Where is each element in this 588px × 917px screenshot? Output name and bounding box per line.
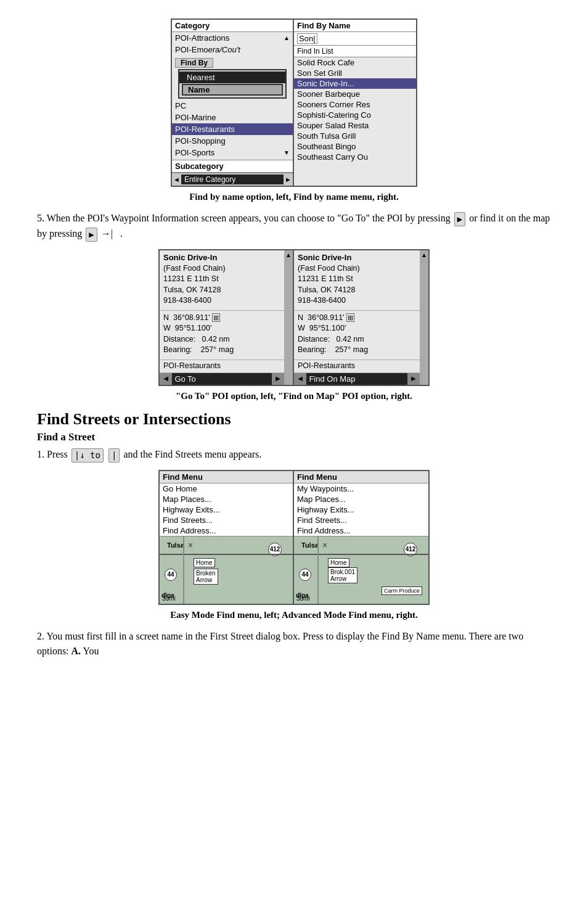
fm-left-highway: Highway Exits... — [160, 504, 293, 515]
fbn-input[interactable]: Son| — [297, 33, 317, 44]
wp-right-lon: W 95°51.100' — [298, 323, 416, 334]
wp-left-content: Sonic Drive-In (Fast Food Chain) 11231 E… — [160, 250, 284, 308]
map-left-road-h — [160, 554, 293, 555]
fm-left-find-streets: Find Streets... — [160, 515, 293, 525]
fm-right-find-streets: Find Streets... — [294, 515, 428, 525]
wp-left-phone: 918-438-6400 — [163, 295, 280, 306]
wp-right-chain: (Fast Food Chain) — [298, 263, 416, 274]
wp-right-lat: N 36°08.911' ⊞ — [298, 313, 416, 324]
wp-left-street: 11231 E 11th St — [163, 274, 280, 285]
wp-left-city: Tulsa, OK 74128 — [163, 285, 280, 296]
map-left-broken-arrow-box: BrokenArrow — [194, 569, 218, 585]
fm-right-highway: Highway Exits... — [294, 504, 428, 515]
top-screenshot: Category POI-Attractions ▲ POI-Emoera/Co… — [37, 19, 551, 187]
paragraph-1: 5. When the POI's Waypoint Information s… — [37, 211, 551, 242]
wp-right-street: 11231 E 11th St — [298, 274, 416, 285]
map-left-road-v — [183, 537, 184, 604]
map-right-brok-box: Brok.001Arrow — [328, 567, 357, 583]
map-left-home-box: Home — [194, 558, 215, 567]
wp-right-dist: Distance: 0.42 nm — [298, 334, 416, 345]
wp-right-footer: ◄ Find On Map ► — [294, 372, 420, 385]
find-by-name-panel: Find By Name Son| Find In List Solid Roc… — [294, 19, 417, 187]
map-left-x-icon: × — [188, 540, 193, 550]
wp-right-scrollbar: ▲ — [420, 250, 428, 385]
map-left-44: 44 — [165, 569, 177, 581]
fm-left-find-address: Find Address... — [160, 525, 293, 536]
fm-panel-left: Find Menu Go Home Map Places... Highway … — [158, 470, 294, 605]
fbn-item-4: Sooner Barbeque — [294, 89, 416, 99]
map-right-road-v — [317, 537, 319, 604]
wp-right-content: Sonic Drive-In (Fast Food Chain) 11231 E… — [294, 250, 420, 308]
wp-right-btn-arrow-right: ► — [407, 373, 420, 385]
fm-caption: Easy Mode Find menu, left; Advanced Mode… — [37, 610, 551, 620]
fbn-item-1: Solid Rock Cafe — [294, 57, 416, 68]
wp-left-goto-btn[interactable]: Go To — [172, 373, 271, 385]
wp-right-phone: 918-438-6400 — [298, 295, 416, 306]
wp-right-findonmap-btn[interactable]: Find On Map — [306, 373, 407, 385]
find-street-sub: Find a Street — [37, 431, 551, 443]
arrow-left-icon: ◄ — [173, 176, 180, 183]
cat-item-poi-sports: POI-Sports ▼ — [172, 147, 293, 158]
wp-right-bearing: Bearing: 257° mag — [298, 345, 416, 356]
wp-left-btn-arrow-right: ► — [272, 373, 284, 385]
wp-left-footer: ◄ Go To ► — [160, 372, 284, 385]
fbn-input-row: Son| — [294, 32, 416, 46]
wp-left-scrollbar: ▲ — [284, 250, 293, 385]
find-menu-screenshot: Find Menu Go Home Map Places... Highway … — [37, 470, 551, 605]
cat-item-pc2: PC — [172, 100, 293, 112]
find-by-popup-area: Find By Nearest Name — [172, 57, 293, 99]
waypoint-screenshot: Sonic Drive-In (Fast Food Chain) 11231 E… — [37, 249, 551, 386]
fbn-header: Find By Name — [294, 20, 416, 32]
fbn-item-5: Sooners Corner Res — [294, 99, 416, 110]
cat-item-poi-marine: POI-Marine — [172, 112, 293, 123]
wp-left-name: Sonic Drive-In — [163, 252, 280, 263]
fm-right-my-waypoints: My Waypoints... — [294, 483, 428, 494]
wp-left-dist: Distance: 0.42 nm — [163, 334, 280, 345]
wp-panel-left-inner: Sonic Drive-In (Fast Food Chain) 11231 E… — [160, 250, 293, 385]
map-left-scale: 30mi — [162, 595, 176, 602]
key-pipe: | — [108, 448, 120, 463]
fbn-item-2: Son Set Grill — [294, 68, 416, 78]
map-right-tulsa-label: Tulsa — [301, 541, 319, 549]
entire-category-row: ◄ Entire Category ► — [172, 173, 293, 186]
fbn-item-7: Souper Salad Resta — [294, 120, 416, 131]
key-map: ▶ — [86, 228, 97, 242]
wp-left-coords: N 36°08.911' ⊞ W 95°51.100' Distance: 0.… — [160, 310, 284, 358]
cat-item-pc1: Find By — [172, 57, 293, 69]
wp-right-city: Tulsa, OK 74128 — [298, 285, 416, 296]
fbn-item-10: Southeast Carry Ou — [294, 152, 416, 162]
fm-left-map-places: Map Places... — [160, 494, 293, 504]
wp-panel-right: Sonic Drive-In (Fast Food Chain) 11231 E… — [294, 249, 430, 386]
key-goto: ▶ — [454, 212, 465, 226]
subcategory-header: Subcategory — [172, 160, 293, 173]
cat-item-poi-restaurants: POI-Restaurants — [172, 123, 293, 135]
wp-right-category: POI-Restaurants — [294, 360, 420, 371]
fbn-item-9: Southeast Bingo — [294, 141, 416, 152]
fm-right-map: Tulsa × 412 Home Brok.001Arrow 44 dlpa C… — [294, 536, 428, 604]
category-panel: Category POI-Attractions ▲ POI-Emoera/Co… — [171, 19, 294, 187]
wp-left-chain: (Fast Food Chain) — [163, 263, 280, 274]
popup-nearest: Nearest — [179, 72, 285, 83]
fbn-item-3: Sonic Drive-In... — [294, 78, 416, 89]
find-by-popup: Nearest Name — [178, 69, 287, 99]
find-streets-heading: Find Streets or Intersections — [37, 410, 551, 429]
cat-item-poi-attractions: POI-Attractions ▲ — [172, 32, 293, 44]
fm-right-header: Find Menu — [294, 471, 428, 483]
map-right-home-box: Home — [328, 558, 349, 567]
fbn-item-6: Sophisti-Catering Co — [294, 110, 416, 120]
fbn-item-8: South Tulsa Grill — [294, 131, 416, 141]
wp-left-category: POI-Restaurants — [160, 360, 284, 371]
key-down-arrow: |↓ to — [71, 448, 104, 463]
wp-right-name: Sonic Drive-In — [298, 252, 416, 263]
category-header: Category — [172, 20, 293, 32]
scroll-up-icon: ▲ — [284, 35, 290, 41]
scroll-down-icon: ▼ — [284, 149, 290, 156]
fm-left-map: Tulsa × 412 Home BrokenArrow 44 dlpa 30m… — [160, 536, 293, 604]
cat-item-poi-shopping: POI-Shopping — [172, 135, 293, 147]
paragraph-2: 1. Press |↓ to | and the Find Streets me… — [37, 447, 551, 463]
paragraph-3: 2. You must first fill in a screet name … — [37, 629, 551, 659]
wp-left-bearing: Bearing: 257° mag — [163, 345, 280, 356]
fm-right-map-places: Map Places... — [294, 494, 428, 504]
fm-left-header: Find Menu — [160, 471, 293, 483]
wp-right-icon: ⊞ — [346, 313, 354, 322]
